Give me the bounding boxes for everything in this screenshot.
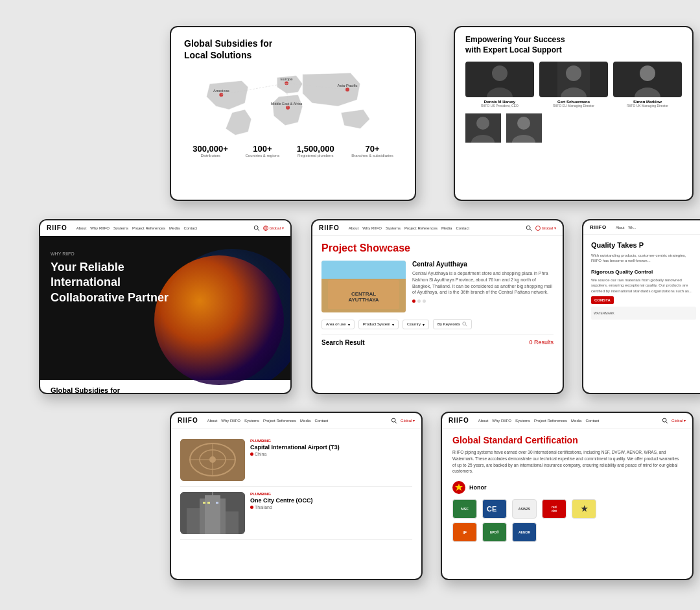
dot-3 xyxy=(423,299,426,303)
filter-product[interactable]: Product System ▾ xyxy=(358,320,399,329)
stat-countries: 100+ Countries & regions xyxy=(246,144,280,158)
search-icon-4 xyxy=(526,225,532,231)
nav-right-7: Global ▾ xyxy=(662,417,686,424)
svg-point-21 xyxy=(476,117,489,130)
avatar-4 xyxy=(465,113,501,143)
project-info: Central Ayutthaya Central Ayutthaya is a… xyxy=(412,261,554,312)
person-2: Gert Schuermans RIIFO EU Managing Direct… xyxy=(539,62,608,108)
screen7-content: Global Standard Certification RIIFO pipi… xyxy=(442,428,692,552)
people-row-2 xyxy=(465,113,682,143)
nav-right-3: Global ▾ xyxy=(253,225,284,231)
partner-logos: CONSTA xyxy=(591,296,696,304)
keyword-search[interactable]: By Keywords xyxy=(433,319,472,329)
filter-area[interactable]: Area of use ▾ xyxy=(321,320,355,329)
location-dot-2 xyxy=(250,506,253,509)
stat-distributors: 300,000+ Distributors xyxy=(192,144,228,158)
carousel-dots xyxy=(412,299,554,303)
honor-icon xyxy=(452,481,465,494)
svg-point-18 xyxy=(640,65,655,81)
honor-section: Honor xyxy=(452,481,682,494)
nav-logo-6: RIIFO xyxy=(178,417,198,424)
cert-aenor: AENOR xyxy=(512,522,537,542)
nav-logo-3: RIIFO xyxy=(47,224,67,231)
nav-right-4: Global ▾ xyxy=(526,225,556,231)
screen-empowering: Empowering Your Success with Expert Loca… xyxy=(454,26,694,201)
nav-links-6: About Why RIIFO Systems Project Referenc… xyxy=(207,419,328,423)
screen1-title: Global Subsidies for Local Solutions xyxy=(184,38,402,61)
svg-rect-48 xyxy=(226,511,239,534)
screen-projects-list: RIIFO About Why RIIFO Systems Project Re… xyxy=(170,412,423,580)
nav-global-4: Global ▾ xyxy=(535,226,556,231)
filter-country[interactable]: Country ▾ xyxy=(402,320,429,329)
search-icon-3 xyxy=(253,225,260,231)
screen5-title: Quality Takes P xyxy=(591,241,696,249)
nav-bar-3: RIIFO About Why RIIFO Systems Project Re… xyxy=(40,220,290,236)
svg-line-55 xyxy=(666,421,668,423)
screen3-content: WHY RIIFO Your Reliable International Co… xyxy=(40,236,290,394)
svg-text:Asia-Pacific: Asia-Pacific xyxy=(338,84,358,88)
svg-point-24 xyxy=(517,117,530,130)
filter-row: Area of use ▾ Product System ▾ Country ▾… xyxy=(321,319,554,329)
svg-rect-44 xyxy=(180,439,245,481)
svg-rect-47 xyxy=(187,508,200,534)
airport-image xyxy=(180,439,245,481)
nav-logo-5: RIIFO xyxy=(590,224,607,230)
quality-control-section: Rigorous Quality Control We source our r… xyxy=(591,269,696,320)
screen2-title: Empowering Your Success with Expert Loca… xyxy=(465,35,682,55)
screen-certification: RIIFO About Why RIIFO Systems Project Re… xyxy=(441,412,694,580)
person-3: Simon Marklow RIIFO UK Managing Director xyxy=(613,62,682,108)
airport-location: China xyxy=(250,452,412,456)
svg-point-34 xyxy=(463,322,466,325)
stat-plumbers: 1,500,000 Registered plumbers xyxy=(297,144,334,158)
screen5-content: Quality Takes P With outstanding product… xyxy=(583,235,700,331)
svg-rect-52 xyxy=(207,502,210,504)
screen3-bottom: Global Subsidies for Local Solutions xyxy=(40,380,290,394)
screen-quality: RIIFO About Wh... Quality Takes P With o… xyxy=(582,219,700,394)
nav-global-6: Global ▾ xyxy=(401,418,415,423)
stat-branches: 70+ Branches & subsidiaries xyxy=(351,144,393,158)
svg-text:Middle East & Africa: Middle East & Africa xyxy=(271,102,303,106)
cert-epd: EPD® xyxy=(482,522,507,542)
screen4-content: Project Showcase CENTRALAYUTTHAYA Centra… xyxy=(312,236,563,353)
nav-logo-4: RIIFO xyxy=(319,224,340,231)
city-location: Thailand xyxy=(250,505,412,510)
nav-bar-6: RIIFO About Why RIIFO Systems Project Re… xyxy=(171,413,421,428)
dot-2 xyxy=(417,299,421,303)
svg-point-4 xyxy=(219,93,223,97)
nav-links-5: About Wh... xyxy=(616,226,636,229)
stats-row: 300,000+ Distributors 100+ Countries & r… xyxy=(184,144,402,158)
avatar-3 xyxy=(613,62,682,97)
screen7-title: Global Standard Certification xyxy=(452,435,682,445)
svg-line-37 xyxy=(395,421,397,423)
svg-point-33 xyxy=(535,226,540,230)
search-icon-7 xyxy=(662,417,668,424)
nav-global-7: Global ▾ xyxy=(671,418,686,423)
svg-point-15 xyxy=(566,65,581,81)
certs-row-2: iF EPD® AENOR xyxy=(452,522,682,542)
svg-point-31 xyxy=(526,226,530,229)
svg-text:Europe: Europe xyxy=(281,78,294,82)
nav-global-3: Global ▾ xyxy=(263,226,284,231)
nav-bar-7: RIIFO About Why RIIFO Systems Project Re… xyxy=(442,413,692,428)
dot-1 xyxy=(412,299,415,303)
person-1: Dennis M Harvey RIIFO US President, CEO xyxy=(465,62,534,108)
project-item: CENTRALAYUTTHAYA Central Ayutthaya Centr… xyxy=(321,261,554,312)
airport-info: PLUMBING Capital International Airport (… xyxy=(250,439,412,481)
city-info: PLUMBING One City Centre (OCC) Thailand xyxy=(250,492,412,534)
certs-row-1: NSF CE AS/NZS reddot ★ xyxy=(452,499,682,519)
svg-rect-49 xyxy=(205,495,220,534)
screen4-title: Project Showcase xyxy=(321,242,554,254)
screen3-text: WHY RIIFO Your Reliable International Co… xyxy=(51,252,280,305)
search-icon-filter xyxy=(462,322,467,327)
screen6-content: PLUMBING Capital International Airport (… xyxy=(171,428,421,545)
svg-point-54 xyxy=(662,418,666,422)
city-image xyxy=(180,492,245,534)
screen3-bottom-title: Global Subsidies for Local Solutions xyxy=(51,386,280,394)
screen-project-showcase: RIIFO About Why RIIFO Systems Project Re… xyxy=(311,219,564,394)
cert-star: ★ xyxy=(572,499,596,519)
cert-if: iF xyxy=(452,522,477,542)
svg-rect-51 xyxy=(203,502,205,504)
svg-point-36 xyxy=(391,418,395,422)
nav-links-4: About Why RIIFO Systems Project Referenc… xyxy=(349,226,469,230)
project-airport: PLUMBING Capital International Airport (… xyxy=(180,434,412,487)
